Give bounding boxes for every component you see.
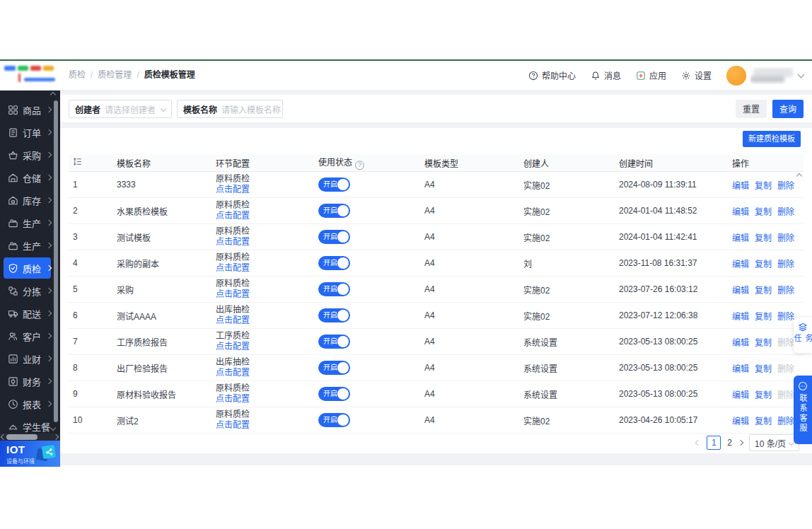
scroll-right-icon[interactable] [53, 434, 59, 440]
delete-link[interactable]: 删除 [777, 257, 794, 269]
status-toggle-on[interactable]: 开启 [318, 387, 350, 401]
copy-link[interactable]: 复制 [755, 388, 772, 400]
delete-link[interactable]: 删除 [777, 179, 794, 191]
delete-link[interactable]: 删除 [777, 310, 794, 322]
copy-link[interactable]: 复制 [755, 414, 772, 426]
edit-link[interactable]: 编辑 [732, 388, 749, 400]
user-menu[interactable] [726, 66, 804, 86]
template-name-input[interactable]: 模板名称 请输入模板名称 [177, 100, 283, 118]
edit-link[interactable]: 编辑 [732, 362, 749, 374]
settings-button[interactable]: 设置 [681, 69, 712, 81]
stage-label: 原料质检 [216, 174, 250, 185]
help-center-button[interactable]: 帮助中心 [528, 69, 576, 81]
status-toggle-on[interactable]: 开启 [318, 308, 350, 322]
iot-banner[interactable]: IOT 设备与环境 [0, 441, 60, 467]
status-toggle-on[interactable]: 开启 [318, 282, 350, 296]
page-button-2[interactable]: 2 [727, 438, 732, 448]
page-size-select[interactable]: 10 条/页 [749, 434, 799, 451]
chevron-right-icon [46, 129, 52, 135]
sidebar-item-label: 报表 [23, 397, 41, 411]
table-row: 4 采购的副本 原料质检 点击配置 开启 A4 刘 2023-11-08 16:… [69, 250, 804, 277]
messages-button[interactable]: 消息 [591, 69, 621, 81]
customer-service-float-tab[interactable]: 联系客服 [794, 376, 812, 444]
copy-link[interactable]: 复制 [755, 310, 772, 322]
created-time-cell: 2024-01-04 11:48:52 [619, 206, 697, 216]
configure-link[interactable]: 点击配置 [216, 315, 250, 325]
creator-select[interactable]: 创建者 请选择创建者 [69, 100, 172, 118]
status-toggle-on[interactable]: 开启 [318, 256, 350, 270]
delete-link[interactable]: 删除 [777, 231, 794, 243]
copy-link[interactable]: 复制 [755, 257, 772, 269]
sidebar-item-订单[interactable]: 订单 [0, 121, 60, 144]
sidebar-item-生产[interactable]: 生产 [0, 211, 60, 234]
toggle-on-label: 开启 [323, 364, 337, 372]
edit-link[interactable]: 编辑 [732, 310, 749, 322]
copy-link[interactable]: 复制 [755, 336, 772, 348]
delete-link[interactable]: 删除 [777, 284, 794, 296]
delete-link[interactable]: 删除 [777, 414, 794, 426]
sidebar-item-生产[interactable]: 生产 [0, 234, 60, 257]
sidebar-item-仓储[interactable]: 仓储 [0, 166, 60, 189]
configure-link[interactable]: 点击配置 [216, 185, 250, 194]
edit-link[interactable]: 编辑 [732, 257, 749, 269]
sidebar-item-采购[interactable]: 采购 [0, 144, 60, 166]
sidebar-item-客户[interactable]: 客户 [0, 325, 60, 347]
sidebar-horizontal-scrollbar[interactable] [0, 434, 60, 441]
delete-link[interactable]: 删除 [777, 205, 794, 217]
configure-link[interactable]: 点击配置 [216, 420, 250, 430]
configure-link[interactable]: 点击配置 [216, 237, 250, 247]
question-circle-icon[interactable]: ? [355, 161, 364, 170]
edit-link[interactable]: 编辑 [732, 336, 749, 348]
breadcrumb-item[interactable]: 质检管理 [98, 70, 132, 80]
edit-link[interactable]: 编辑 [732, 205, 749, 217]
edit-link[interactable]: 编辑 [732, 414, 749, 426]
status-toggle-on[interactable]: 开启 [318, 361, 350, 375]
sort-icon[interactable] [73, 157, 83, 169]
row-actions: 编辑 复制 删除 [732, 414, 794, 426]
sidebar-item-业财[interactable]: 业财 [0, 347, 60, 370]
sidebar-vertical-scrollbar[interactable] [54, 100, 58, 422]
status-toggle-on[interactable]: 开启 [318, 413, 350, 427]
status-toggle-on[interactable]: 开启 [318, 204, 350, 218]
sidebar-item-配送[interactable]: 配送 [0, 302, 60, 325]
tasks-float-tab[interactable]: 任务 [794, 318, 812, 353]
edit-link[interactable]: 编辑 [732, 179, 749, 191]
sidebar-item-库存[interactable]: 库存 [0, 189, 60, 211]
configure-link[interactable]: 点击配置 [216, 342, 250, 351]
breadcrumb-item[interactable]: 质检 [69, 70, 86, 80]
copy-link[interactable]: 复制 [755, 284, 772, 296]
purchase-icon [8, 150, 18, 161]
sidebar-item-质检[interactable]: 质检 [0, 257, 60, 279]
production-icon [8, 218, 18, 228]
sidebar-item-商品[interactable]: 商品 [0, 98, 60, 121]
new-template-button[interactable]: 新建质检模板 [743, 131, 801, 147]
next-page-icon[interactable] [738, 440, 743, 446]
reset-button[interactable]: 重置 [736, 100, 767, 118]
table-row: 3 测试模板 原料质检 点击配置 开启 A4 实施02 2024-01-04 1… [69, 224, 804, 250]
sidebar-item-报表[interactable]: 报表 [0, 393, 60, 415]
edit-link[interactable]: 编辑 [732, 284, 749, 296]
apps-button[interactable]: 应用 [636, 69, 666, 81]
copy-link[interactable]: 复制 [755, 231, 772, 243]
edit-link[interactable]: 编辑 [732, 231, 749, 243]
copy-link[interactable]: 复制 [755, 205, 772, 217]
status-toggle-on[interactable]: 开启 [318, 335, 350, 349]
delete-link[interactable]: 删除 [777, 362, 794, 374]
status-toggle-on[interactable]: 开启 [318, 178, 350, 192]
search-button[interactable]: 查询 [772, 100, 804, 118]
prev-page-icon[interactable] [695, 440, 701, 446]
sidebar-item-分拣[interactable]: 分拣 [0, 279, 60, 302]
scrollbar-thumb[interactable] [6, 434, 37, 440]
configure-link[interactable]: 点击配置 [216, 211, 250, 221]
status-toggle-on[interactable]: 开启 [318, 230, 350, 244]
configure-link[interactable]: 点击配置 [216, 289, 250, 299]
configure-link[interactable]: 点击配置 [216, 394, 250, 404]
configure-link[interactable]: 点击配置 [216, 368, 250, 378]
copy-link[interactable]: 复制 [755, 362, 772, 374]
sidebar-item-财务[interactable]: 财务 [0, 370, 60, 393]
delete-link[interactable]: 删除 [777, 388, 794, 400]
copy-link[interactable]: 复制 [755, 179, 772, 191]
scroll-left-icon[interactable] [1, 434, 6, 440]
page-button-1[interactable]: 1 [707, 436, 721, 450]
configure-link[interactable]: 点击配置 [216, 263, 250, 273]
